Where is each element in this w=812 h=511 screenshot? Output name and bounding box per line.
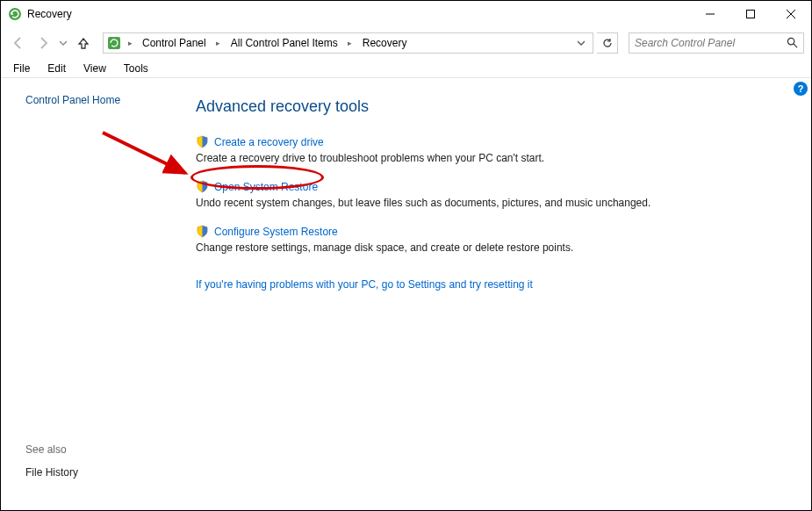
see-also-label: See also <box>25 443 185 456</box>
svg-point-6 <box>787 38 794 44</box>
configure-system-restore-link[interactable]: Configure System Restore <box>214 226 338 238</box>
menu-file[interactable]: File <box>4 59 39 78</box>
menu-tools[interactable]: Tools <box>115 59 157 78</box>
menu-view[interactable]: View <box>75 59 115 78</box>
forward-button[interactable] <box>32 32 54 54</box>
sidebar: Control Panel Home See also File History <box>1 78 185 510</box>
search-icon[interactable] <box>787 37 798 49</box>
control-panel-home-link[interactable]: Control Panel Home <box>25 94 185 106</box>
tool-open-system-restore: Open System Restore Undo recent system c… <box>196 180 776 209</box>
tool-configure-system-restore: Configure System Restore Change restore … <box>196 225 776 254</box>
window-controls <box>690 1 811 27</box>
main-panel: Advanced recovery tools Create a recover… <box>185 78 811 510</box>
recent-dropdown[interactable] <box>57 32 69 54</box>
recovery-icon <box>8 7 22 21</box>
file-history-link[interactable]: File History <box>25 466 78 479</box>
address-dropdown[interactable] <box>573 40 589 47</box>
titlebar: Recovery <box>1 1 811 27</box>
minimize-button[interactable] <box>690 1 730 27</box>
chevron-right-icon[interactable]: ▸ <box>345 39 356 47</box>
close-button[interactable] <box>771 1 811 27</box>
shield-icon <box>196 225 209 238</box>
address-bar[interactable]: ▸ Control Panel ▸ All Control Panel Item… <box>103 32 593 54</box>
chevron-right-icon[interactable]: ▸ <box>213 39 224 47</box>
shield-icon <box>196 180 209 193</box>
breadcrumb-item[interactable]: Control Panel <box>137 33 212 53</box>
content-area: ? Control Panel Home See also File Histo… <box>1 78 811 510</box>
menu-edit[interactable]: Edit <box>39 59 75 78</box>
svg-line-7 <box>794 44 797 47</box>
tool-description: Change restore settings, manage disk spa… <box>196 241 776 254</box>
search-box[interactable] <box>629 32 804 54</box>
open-system-restore-link[interactable]: Open System Restore <box>214 181 318 193</box>
svg-rect-5 <box>108 37 120 49</box>
control-panel-icon <box>107 36 121 50</box>
svg-point-0 <box>9 8 21 20</box>
up-button[interactable] <box>73 32 94 54</box>
create-recovery-drive-link[interactable]: Create a recovery drive <box>214 136 324 148</box>
page-heading: Advanced recovery tools <box>196 97 776 116</box>
tool-description: Create a recovery drive to troubleshoot … <box>196 152 776 164</box>
maximize-button[interactable] <box>730 1 771 27</box>
svg-rect-2 <box>747 11 755 18</box>
search-input[interactable] <box>635 37 787 49</box>
shield-icon <box>196 135 209 148</box>
back-button[interactable] <box>8 32 29 54</box>
reset-pc-link[interactable]: If you're having problems with your PC, … <box>196 278 533 291</box>
refresh-button[interactable] <box>597 32 618 54</box>
breadcrumb-item[interactable]: Recovery <box>357 33 413 53</box>
tool-description: Undo recent system changes, but leave fi… <box>196 197 776 209</box>
breadcrumb-item[interactable]: All Control Panel Items <box>226 33 343 53</box>
navigation-toolbar: ▸ Control Panel ▸ All Control Panel Item… <box>1 27 811 59</box>
tool-create-recovery-drive: Create a recovery drive Create a recover… <box>196 135 776 164</box>
menu-bar: File Edit View Tools <box>1 59 811 78</box>
chevron-right-icon[interactable]: ▸ <box>125 39 135 47</box>
window-title: Recovery <box>27 8 72 20</box>
see-also-section: See also File History <box>25 443 185 496</box>
